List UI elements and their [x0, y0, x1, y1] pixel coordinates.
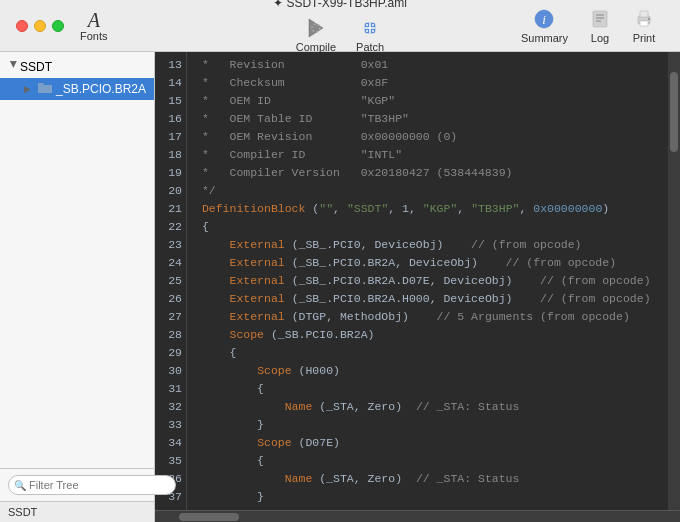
log-label: Log: [591, 32, 609, 44]
traffic-lights: [16, 20, 64, 32]
ssdt-root-label: SSDT: [20, 60, 52, 74]
patch-button[interactable]: Patch: [348, 14, 392, 55]
minimize-button[interactable]: [34, 20, 46, 32]
print-icon: [632, 7, 656, 31]
svg-point-7: [366, 30, 368, 32]
scrollbar-thumb-v[interactable]: [670, 72, 678, 152]
expand-arrow: ▶: [9, 61, 19, 73]
titlebar-left: A Fonts: [16, 10, 136, 42]
filter-wrapper: 🔍: [8, 475, 176, 495]
svg-text:i: i: [543, 12, 547, 27]
titlebar: A Fonts ✦ SSDT-X99-TB3HP.aml Compile: [0, 0, 680, 52]
print-label: Print: [633, 32, 656, 44]
fonts-label: Fonts: [80, 30, 108, 42]
svg-rect-17: [640, 21, 648, 26]
svg-point-8: [372, 30, 374, 32]
close-button[interactable]: [16, 20, 28, 32]
compile-icon: [304, 16, 328, 40]
print-button[interactable]: Print: [624, 5, 664, 46]
svg-point-18: [648, 18, 650, 20]
fullscreen-button[interactable]: [52, 20, 64, 32]
summary-label: Summary: [521, 32, 568, 44]
fonts-icon: A: [88, 10, 100, 30]
svg-point-5: [366, 24, 368, 26]
titlebar-right: i Summary Log: [544, 5, 664, 46]
summary-button[interactable]: i Summary: [513, 5, 576, 46]
svg-rect-11: [593, 11, 607, 27]
sidebar-tree: ▶ SSDT ▶ _SB.PCIO.BR2A: [0, 52, 154, 468]
svg-rect-16: [640, 11, 648, 17]
sidebar-root-ssdt[interactable]: ▶ SSDT: [0, 56, 154, 78]
sidebar-filter-area: 🔍: [0, 468, 154, 501]
line-numbers: 1314151617181920212223242526272829303132…: [155, 52, 187, 510]
patch-icon: [358, 16, 382, 40]
svg-marker-0: [309, 19, 323, 37]
window-title: ✦ SSDT-X99-TB3HP.aml: [273, 0, 407, 10]
sidebar-item-label: _SB.PCIO.BR2A: [56, 82, 146, 96]
folder-icon: [38, 82, 52, 97]
filter-input[interactable]: [8, 475, 176, 495]
horizontal-scrollbar[interactable]: [155, 510, 680, 522]
sidebar-footer-label: SSDT: [8, 506, 37, 518]
sidebar-item-sb-pcio[interactable]: ▶ _SB.PCIO.BR2A: [0, 78, 154, 100]
code-editor[interactable]: 1314151617181920212223242526272829303132…: [155, 52, 680, 522]
scrollbar-thumb-h[interactable]: [179, 513, 239, 521]
log-button[interactable]: Log: [580, 5, 620, 46]
vertical-scrollbar[interactable]: [668, 52, 680, 510]
titlebar-center: ✦ SSDT-X99-TB3HP.aml Compile: [273, 0, 407, 55]
item-arrow: ▶: [24, 84, 36, 94]
fonts-button[interactable]: A Fonts: [80, 10, 108, 42]
code-area: 1314151617181920212223242526272829303132…: [155, 52, 680, 510]
sidebar-footer: SSDT: [0, 501, 154, 522]
log-icon: [588, 7, 612, 31]
main-content: ▶ SSDT ▶ _SB.PCIO.BR2A 🔍 SSDT: [0, 52, 680, 522]
search-icon: 🔍: [14, 480, 26, 491]
compile-button[interactable]: Compile: [288, 14, 344, 55]
sidebar: ▶ SSDT ▶ _SB.PCIO.BR2A 🔍 SSDT: [0, 52, 155, 522]
summary-icon: i: [532, 7, 556, 31]
code-lines: * Revision 0x01 * Checksum 0x8F * OEM ID…: [187, 52, 668, 510]
svg-point-6: [372, 24, 374, 26]
toolbar-buttons: Compile Patch: [288, 14, 393, 55]
